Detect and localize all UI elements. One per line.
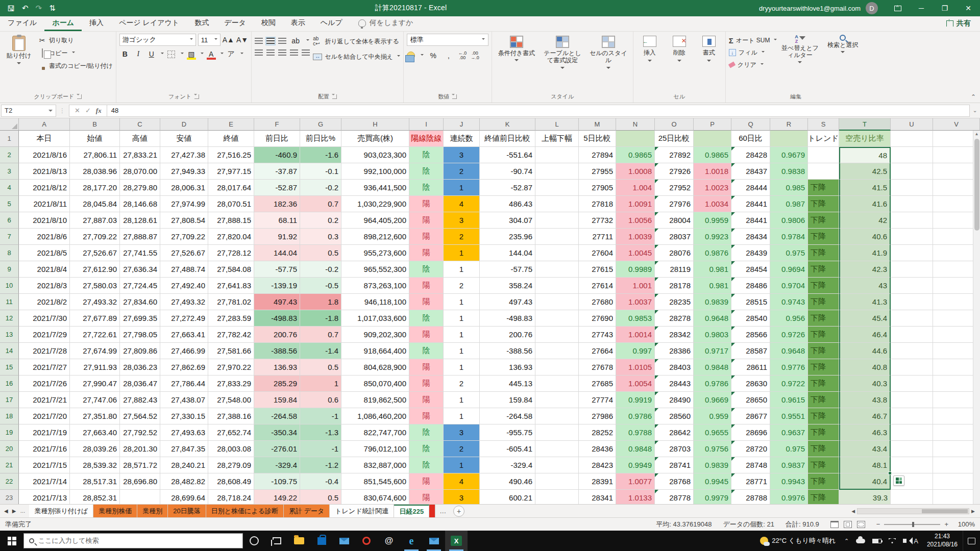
phonetic-button[interactable]: ア <box>226 48 237 60</box>
cell-E15[interactable]: 27,970.22 <box>208 359 254 375</box>
cell-U3[interactable] <box>891 163 933 180</box>
cell-O12[interactable]: 28278 <box>655 310 694 327</box>
cell-C20[interactable]: 28,201.30 <box>120 441 160 457</box>
cell-U6[interactable] <box>891 212 933 229</box>
cell-G20[interactable]: -1 <box>300 441 341 457</box>
cell-Q22[interactable]: 28771 <box>731 473 770 490</box>
email-app-button[interactable]: @ <box>378 531 400 551</box>
cell-M1[interactable]: 5日比較 <box>579 131 616 147</box>
cell-J21[interactable]: 1 <box>444 457 480 473</box>
cell-M22[interactable]: 28391 <box>579 473 616 490</box>
cell-C14[interactable]: 27,809.86 <box>120 343 160 359</box>
cell-M11[interactable]: 27680 <box>579 294 616 310</box>
weather-widget[interactable]: 22°C くもり時々晴れ <box>755 536 841 545</box>
task-view-button[interactable] <box>265 531 288 551</box>
cell-A20[interactable]: 2021/7/16 <box>19 441 70 457</box>
cell-F19[interactable]: -350.34 <box>254 424 300 441</box>
cell-M8[interactable]: 27604 <box>579 245 616 261</box>
column-header-S[interactable]: S <box>808 118 839 131</box>
account-email[interactable]: dryyourtearswithlove1@gmail.com <box>759 5 861 12</box>
cell-L19[interactable] <box>535 424 579 441</box>
cell-P9[interactable]: 0.981 <box>694 261 731 278</box>
cell-T23[interactable]: 39.3 <box>839 490 891 504</box>
cell-F11[interactable]: 497.43 <box>254 294 300 310</box>
row-header-6[interactable]: 6 <box>0 212 19 229</box>
row-header-7[interactable]: 7 <box>0 229 19 245</box>
sheet-tab-業種別[interactable]: 業種別 <box>137 505 168 517</box>
cell-A15[interactable]: 2021/7/27 <box>19 359 70 375</box>
cell-E7[interactable]: 27,820.04 <box>208 229 254 245</box>
taskbar-search-input[interactable]: ここに入力して検索 <box>23 533 243 548</box>
cell-K19[interactable]: -955.75 <box>480 424 535 441</box>
cell-E2[interactable]: 27,516.25 <box>208 147 254 163</box>
format-painter-button[interactable]: 書式のコピー/貼り付け <box>38 60 113 71</box>
cell-R22[interactable]: 0.9943 <box>770 473 808 490</box>
cell-J22[interactable]: 4 <box>444 473 480 490</box>
cell-G18[interactable]: -1 <box>300 408 341 424</box>
row-header-5[interactable]: 5 <box>0 196 19 212</box>
cell-M14[interactable]: 27664 <box>579 343 616 359</box>
increase-font-icon[interactable]: A▲ <box>223 34 234 45</box>
row-header-9[interactable]: 9 <box>0 261 19 278</box>
paste-button[interactable]: 貼り付け <box>3 34 35 66</box>
cell-L4[interactable] <box>535 180 579 196</box>
cell-O9[interactable]: 28119 <box>655 261 694 278</box>
cell-H14[interactable]: 918,664,400 <box>341 343 409 359</box>
cell-I22[interactable]: 陽 <box>409 473 444 490</box>
cell-I19[interactable]: 陰 <box>409 424 444 441</box>
cell-Q12[interactable]: 28540 <box>731 310 770 327</box>
cell-N16[interactable]: 1.0054 <box>616 375 655 392</box>
cell-R15[interactable]: 0.9776 <box>770 359 808 375</box>
cell-L3[interactable] <box>535 163 579 180</box>
cell-D13[interactable]: 27,663.41 <box>160 327 208 343</box>
status-count[interactable]: データの個数: 21 <box>723 520 774 529</box>
cell-S4[interactable]: 下降 <box>808 180 839 196</box>
cell-Q20[interactable]: 28720 <box>731 441 770 457</box>
cell-K11[interactable]: 497.43 <box>480 294 535 310</box>
cell-S9[interactable]: 下降 <box>808 261 839 278</box>
cell-G6[interactable]: 0.2 <box>300 212 341 229</box>
onedrive-icon[interactable] <box>852 531 869 551</box>
cell-G16[interactable]: 1 <box>300 375 341 392</box>
cell-D19[interactable]: 27,493.63 <box>160 424 208 441</box>
mail-button[interactable] <box>333 531 355 551</box>
cell-B22[interactable]: 28,517.31 <box>70 473 120 490</box>
cell-P3[interactable]: 1.0018 <box>694 163 731 180</box>
cell-L9[interactable] <box>535 261 579 278</box>
cell-G9[interactable]: -0.2 <box>300 261 341 278</box>
sheet-more-right-icon[interactable]: … <box>435 505 450 517</box>
tray-expand-icon[interactable]: ⌃ <box>841 531 852 551</box>
align-middle-icon[interactable] <box>266 38 275 44</box>
sheet-more-left-icon[interactable]: … <box>20 508 25 514</box>
cell-J19[interactable]: 3 <box>444 424 480 441</box>
cell-P10[interactable]: 0.981 <box>694 278 731 294</box>
cell-J7[interactable]: 2 <box>444 229 480 245</box>
cell-A6[interactable]: 2021/8/10 <box>19 212 70 229</box>
cell-R1[interactable] <box>770 131 808 147</box>
cell-H11[interactable]: 946,118,100 <box>341 294 409 310</box>
cell-N17[interactable]: 0.9919 <box>616 392 655 408</box>
cell-U12[interactable] <box>891 310 933 327</box>
cell-J8[interactable]: 1 <box>444 245 480 261</box>
cell-S2[interactable] <box>808 147 839 163</box>
orientation-button[interactable]: ab <box>290 35 301 46</box>
cell-P14[interactable]: 0.9717 <box>694 343 731 359</box>
cell-G7[interactable]: 0.3 <box>300 229 341 245</box>
cell-H15[interactable]: 804,628,900 <box>341 359 409 375</box>
cell-S8[interactable]: 下降 <box>808 245 839 261</box>
column-header-B[interactable]: B <box>70 118 120 131</box>
cell-J3[interactable]: 2 <box>444 163 480 180</box>
cell-E21[interactable]: 28,279.09 <box>208 457 254 473</box>
cell-C13[interactable]: 27,798.05 <box>120 327 160 343</box>
cancel-entry-icon[interactable]: ✕ <box>75 107 80 114</box>
comma-style-icon[interactable]: , <box>443 50 454 61</box>
cell-R11[interactable]: 0.9743 <box>770 294 808 310</box>
cell-C11[interactable]: 27,834.60 <box>120 294 160 310</box>
cell-S5[interactable]: 下降 <box>808 196 839 212</box>
row-header-17[interactable]: 17 <box>0 392 19 408</box>
align-bottom-icon[interactable] <box>278 38 286 44</box>
cell-A12[interactable]: 2021/7/30 <box>19 310 70 327</box>
save-icon[interactable]: 🖫 <box>7 4 15 13</box>
cell-C7[interactable]: 27,888.87 <box>120 229 160 245</box>
fill-color-button[interactable]: ▧ <box>186 48 197 60</box>
